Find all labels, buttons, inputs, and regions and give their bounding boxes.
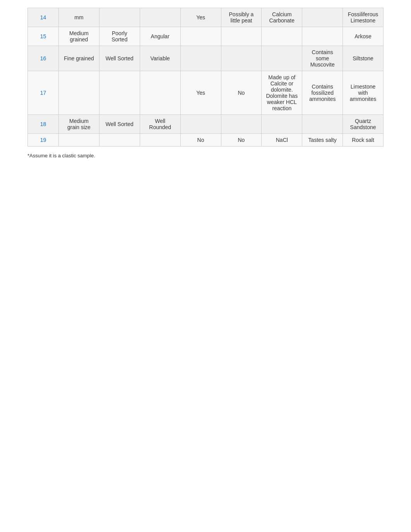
rock-identification-table: 14mmYesPossibly a little peatCalcium Car…: [27, 8, 384, 147]
table-cell: Well Sorted: [99, 115, 140, 134]
table-cell: Variable: [140, 46, 180, 71]
table-cell: Medium grained: [59, 27, 99, 46]
table-cell: Well Rounded: [140, 115, 180, 134]
table-cell: Well Sorted: [99, 46, 140, 71]
table-cell: [262, 115, 302, 134]
table-cell: [99, 134, 140, 147]
table-cell: [302, 115, 343, 134]
table-cell: mm: [59, 8, 99, 27]
table-cell: [140, 8, 180, 27]
table-cell: Fine grained: [59, 46, 99, 71]
table-cell: Calcium Carbonate: [262, 8, 302, 27]
table-cell: Fossiliferous Limestone: [343, 8, 384, 27]
table-cell: Arkose: [343, 27, 384, 46]
table-cell: Possibly a little peat: [221, 8, 262, 27]
table-cell: [302, 27, 343, 46]
table-cell: Yes: [180, 8, 221, 27]
table-cell: Limestone with ammonites: [343, 71, 384, 115]
table-cell: [140, 71, 180, 115]
table-cell: [221, 27, 262, 46]
table-cell: [180, 27, 221, 46]
table-cell: No: [221, 71, 262, 115]
table-cell: Medium grain size: [59, 115, 99, 134]
table-cell: Contains some Muscovite: [302, 46, 343, 71]
table-cell: Contains fossilized ammonites: [302, 71, 343, 115]
table-cell: No: [221, 134, 262, 147]
table-cell: [221, 46, 262, 71]
table-cell: 19: [28, 134, 59, 147]
table-cell: 15: [28, 27, 59, 46]
table-row: 16Fine grainedWell SortedVariableContain…: [28, 46, 384, 71]
table-cell: Tastes salty: [302, 134, 343, 147]
table-cell: [99, 71, 140, 115]
table-cell: [262, 46, 302, 71]
footnote: *Assume it is a clastic sample.: [27, 153, 384, 159]
table-row: 14mmYesPossibly a little peatCalcium Car…: [28, 8, 384, 27]
table-cell: [221, 115, 262, 134]
table-cell: [180, 115, 221, 134]
table-cell: NaCl: [262, 134, 302, 147]
table-cell: [99, 8, 140, 27]
table-cell: 18: [28, 115, 59, 134]
table-cell: Quartz Sandstone: [343, 115, 384, 134]
table-cell: [302, 8, 343, 27]
table-cell: [59, 134, 99, 147]
table-row: 19NoNoNaClTastes saltyRock salt: [28, 134, 384, 147]
table-cell: Made up of Calcite or dolomite. Dolomite…: [262, 71, 302, 115]
table-cell: [59, 71, 99, 115]
table-cell: Siltstone: [343, 46, 384, 71]
table-cell: [262, 27, 302, 46]
table-cell: Poorly Sorted: [99, 27, 140, 46]
table-row: 18Medium grain sizeWell SortedWell Round…: [28, 115, 384, 134]
table-cell: 17: [28, 71, 59, 115]
table-cell: Angular: [140, 27, 180, 46]
table-cell: 14: [28, 8, 59, 27]
table-cell: [140, 134, 180, 147]
table-container: 14mmYesPossibly a little peatCalcium Car…: [27, 8, 384, 159]
table-cell: 16: [28, 46, 59, 71]
table-row: 15Medium grainedPoorly SortedAngularArko…: [28, 27, 384, 46]
table-cell: Rock salt: [343, 134, 384, 147]
table-row: 17YesNoMade up of Calcite or dolomite. D…: [28, 71, 384, 115]
table-cell: No: [180, 134, 221, 147]
table-cell: Yes: [180, 71, 221, 115]
table-cell: [180, 46, 221, 71]
